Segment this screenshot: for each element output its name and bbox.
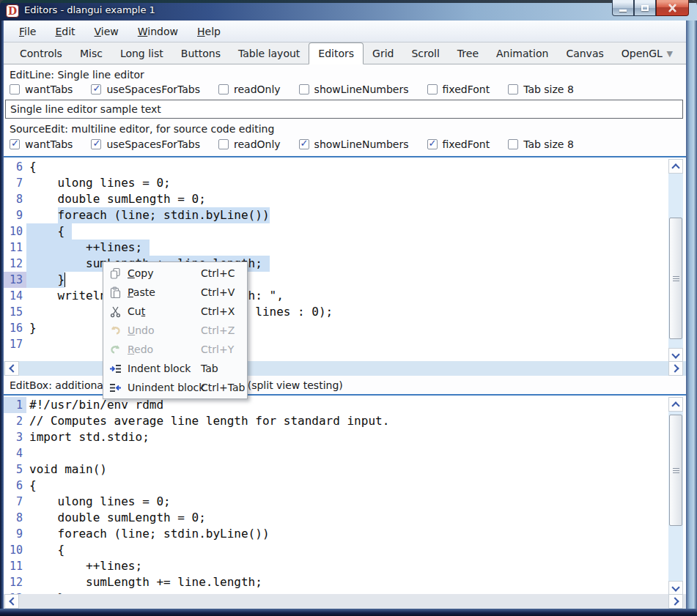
code-line: 6{	[4, 159, 333, 175]
code-line: 12 sumLength += line.length;	[4, 574, 389, 590]
editline-wanttabs-checkbox[interactable]: wantTabs	[10, 84, 73, 95]
thumb-grip-icon	[673, 468, 679, 469]
menu-help[interactable]: Help	[188, 23, 230, 40]
checkbox-icon	[299, 84, 309, 94]
chevron-left-icon	[9, 364, 17, 372]
editline-usespacesfortabs-checkbox[interactable]: useSpacesForTabs	[91, 84, 200, 95]
code-line: 2// Computes average line length for sta…	[4, 413, 389, 429]
sourceedit-readonly-checkbox[interactable]: readOnly	[218, 138, 281, 150]
chevron-right-icon	[671, 364, 679, 372]
chevron-up-icon	[671, 163, 679, 171]
checkbox-icon	[427, 84, 438, 94]
menu-item-copy[interactable]: Copy Ctrl+C	[103, 264, 247, 283]
selected-text: {	[26, 223, 72, 240]
scroll-right-button[interactable]	[668, 361, 683, 376]
menu-edit[interactable]: Edit	[45, 23, 84, 40]
source-editor-vscrollbar[interactable]	[668, 159, 683, 363]
close-button[interactable]	[656, 0, 689, 16]
vscroll-thumb[interactable]	[669, 218, 682, 339]
selected-text: foreach (line; stdin.byLine())	[58, 207, 270, 223]
menu-item-redo[interactable]: Redo Ctrl+Y	[103, 340, 247, 359]
checkbox-icon	[508, 139, 518, 149]
unindent-icon	[109, 382, 122, 394]
minimize-button[interactable]	[612, 0, 634, 16]
tab-controls[interactable]: Controls	[11, 44, 71, 64]
single-line-editor-input[interactable]	[5, 100, 683, 119]
vscroll-thumb[interactable]	[669, 415, 682, 526]
window-border-bottom	[0, 609, 697, 616]
edit-box-hscrollbar[interactable]	[4, 594, 686, 609]
sourceedit-tabsize-checkbox[interactable]: Tab size 8	[508, 138, 574, 150]
sourceedit-section-label: SourceEdit: multiline editor, for source…	[10, 123, 274, 135]
scroll-left-button[interactable]	[4, 594, 19, 609]
editline-fixedfont-checkbox[interactable]: fixedFont	[427, 84, 490, 95]
cut-icon	[109, 305, 122, 318]
tab-buttons[interactable]: Buttons	[172, 44, 229, 64]
maximize-button[interactable]	[634, 0, 656, 16]
checkbox-checked-icon	[10, 139, 20, 149]
menu-item-unindent-block[interactable]: Unindent block Ctrl+Tab	[103, 378, 247, 397]
menu-file[interactable]: File	[10, 23, 45, 40]
tab-tree[interactable]: Tree	[449, 44, 487, 64]
checkbox-icon	[218, 84, 229, 94]
checkbox-checked-icon	[299, 139, 309, 149]
tab-long-list[interactable]: Long list	[111, 44, 172, 64]
edit-box-editor[interactable]: 1#!/usr/bin/env rdmd 2// Computes averag…	[4, 394, 686, 609]
scroll-down-button[interactable]	[668, 348, 683, 363]
code-line-current: 1#!/usr/bin/env rdmd	[4, 397, 389, 413]
code-line: 11 ++lines;	[4, 558, 389, 574]
tab-overflow-icon[interactable]: ▼	[667, 49, 673, 59]
tab-misc[interactable]: Misc	[71, 44, 111, 64]
sourceedit-usespacesfortabs-checkbox[interactable]: useSpacesForTabs	[91, 138, 200, 150]
tab-scroll[interactable]: Scroll	[402, 44, 448, 64]
menu-item-cut[interactable]: Cut Ctrl+X	[103, 302, 247, 321]
editline-tabsize-checkbox[interactable]: Tab size 8	[508, 84, 574, 95]
menu-window[interactable]: Window	[128, 23, 188, 40]
menu-view[interactable]: View	[85, 23, 128, 40]
tab-table-layout[interactable]: Table layout	[229, 44, 309, 64]
window-border-left	[0, 21, 4, 616]
shortcut-label: Ctrl+Y	[201, 344, 234, 355]
sourceedit-showlinenumbers-checkbox[interactable]: showLineNumbers	[299, 138, 409, 150]
editline-showlinenumbers-checkbox[interactable]: showLineNumbers	[299, 84, 409, 95]
chevron-up-icon	[671, 401, 679, 409]
shortcut-label: Tab	[201, 363, 218, 374]
edit-box-vscrollbar[interactable]	[668, 397, 683, 595]
checkbox-checked-icon	[91, 84, 101, 94]
checkbox-icon	[218, 139, 229, 149]
scroll-right-button[interactable]	[668, 594, 683, 609]
chevron-down-icon	[671, 350, 679, 358]
edit-box-lines: 1#!/usr/bin/env rdmd 2// Computes averag…	[4, 397, 389, 606]
code-line: 8 double sumLength = 0;	[4, 510, 389, 526]
code-line: 9 foreach (line; stdin.byLine())	[4, 207, 333, 223]
menu-item-undo[interactable]: Undo Ctrl+Z	[103, 321, 247, 340]
window-border-right	[686, 21, 697, 616]
scroll-up-button[interactable]	[668, 159, 683, 174]
titlebar-top-strip	[0, 0, 697, 3]
checkbox-icon	[508, 84, 518, 94]
code-line: 10 {	[4, 223, 333, 240]
tab-grid[interactable]: Grid	[364, 44, 402, 64]
menu-item-paste[interactable]: Paste Ctrl+V	[103, 283, 247, 302]
scroll-down-button[interactable]	[668, 581, 683, 595]
menu-bar: File Edit View Window Help	[4, 21, 686, 42]
app-window: D Editors - dlangui example 1 File Edit …	[0, 0, 697, 616]
code-line: 11 ++lines;	[4, 240, 333, 256]
menu-item-indent-block[interactable]: Indent block Tab	[103, 359, 247, 378]
scroll-left-button[interactable]	[4, 361, 19, 376]
title-bar[interactable]: D Editors - dlangui example 1	[0, 0, 697, 21]
tab-editors[interactable]: Editors	[309, 42, 364, 64]
code-line: 8 double sumLength = 0;	[4, 191, 333, 207]
chevron-right-icon	[671, 597, 679, 605]
tab-opengl[interactable]: OpenGL	[613, 44, 671, 64]
close-icon	[668, 4, 677, 12]
text-cursor	[64, 272, 65, 287]
scroll-up-button[interactable]	[668, 397, 683, 412]
sourceedit-wanttabs-checkbox[interactable]: wantTabs	[10, 138, 73, 150]
tab-animation[interactable]: Animation	[487, 44, 557, 64]
code-line: 9 foreach (line; stdin.byLine())	[4, 526, 389, 542]
sourceedit-fixedfont-checkbox[interactable]: fixedFont	[427, 138, 490, 150]
checkbox-icon	[10, 84, 20, 94]
editline-readonly-checkbox[interactable]: readOnly	[218, 84, 281, 95]
tab-canvas[interactable]: Canvas	[557, 44, 612, 64]
